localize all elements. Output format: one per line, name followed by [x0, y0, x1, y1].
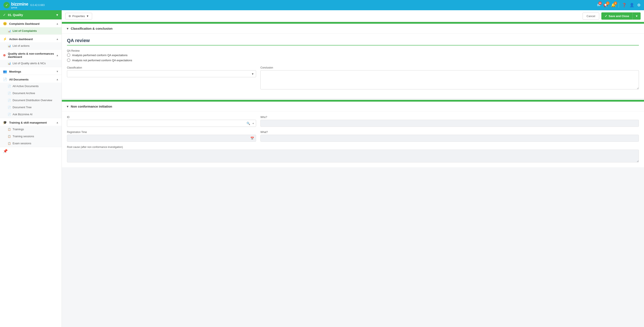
quality-alerts-header[interactable]: ⊗ Quality alerts & non-conformances dash… — [0, 50, 62, 60]
main-area: ⚙ Properties ▼ Cancel ✓ Save and Close ▼ — [62, 10, 644, 327]
regtime-input[interactable] — [67, 135, 256, 142]
id-input[interactable] — [67, 120, 256, 127]
complaints-subitems: 📊 List of Complaints — [0, 27, 62, 34]
exam-sessions-label: Exam sessions — [12, 142, 31, 145]
topbar-right: ✉ 56 📢 1 🔔 1 ❓ 👤 ⚙ — [597, 3, 640, 8]
meetings-icon: 👥 — [3, 70, 7, 73]
quality-alerts-chevron-icon: ▲ — [56, 54, 59, 57]
quality-check-icon: ✓ — [3, 13, 6, 17]
doc-tree-label: Document Tree — [12, 106, 32, 109]
what-input[interactable] — [260, 135, 639, 142]
toolbar-left: ⚙ Properties ▼ — [65, 13, 92, 20]
save-close-main[interactable]: ✓ Save and Close — [601, 12, 633, 20]
section1-collapse-icon[interactable]: ▼ — [66, 27, 69, 30]
save-dropdown-arrow[interactable]: ▼ — [633, 13, 640, 20]
classification-label: Classification — [67, 66, 256, 69]
sidebar-module-meetings: 👥 Meetings ▼ — [0, 67, 62, 75]
doc-archive-label: Document Archive — [12, 92, 35, 95]
conclusion-textarea[interactable] — [260, 70, 639, 89]
app-version: 6.0.42.0.683 — [30, 4, 44, 7]
properties-chevron-icon: ▼ — [86, 15, 89, 18]
documents-subitems: 📄 All Active Documents 📄 Document Archiv… — [0, 83, 62, 118]
regtime-what-row: Registration Time 📅 What? — [67, 131, 639, 142]
exam-sessions-icon: 📋 — [8, 142, 11, 145]
conclusion-col: Conclusion — [260, 66, 639, 90]
sidebar-module-quality: ✓ 01. Quality ▼ — [0, 10, 62, 20]
toolbar: ⚙ Properties ▼ Cancel ✓ Save and Close ▼ — [62, 10, 644, 22]
section1-title-row: ▼ Classification & conclusion — [62, 24, 644, 34]
logo-icon: ✓ — [4, 2, 10, 8]
sidebar-item-training-sessions[interactable]: 📋 Training sessions — [0, 133, 62, 140]
sidebar-item-ask-bizzmine[interactable]: 📄 Ask Bizzmine AI — [0, 111, 62, 118]
section-nonconformance: ▼ Non conformance initiation ID 🔍 + — [62, 100, 644, 167]
actions-header[interactable]: ⚡ Action dashboard ▲ — [0, 35, 62, 42]
who-input[interactable] — [260, 120, 639, 127]
sidebar-item-doc-tree[interactable]: 📄 Document Tree — [0, 104, 62, 111]
radio-option-2[interactable]: Analysis not performed conform QA expect… — [67, 59, 639, 62]
save-close-button[interactable]: ✓ Save and Close ▼ — [601, 12, 640, 20]
documents-header[interactable]: 📄 All Documents ▲ — [0, 75, 62, 83]
id-search-button[interactable]: 🔍 — [246, 121, 250, 126]
quality-alerts-title: Quality alerts & non-conformances dashbo… — [8, 52, 56, 59]
id-input-wrapper: 🔍 + — [67, 120, 256, 127]
properties-button[interactable]: ⚙ Properties ▼ — [65, 13, 92, 20]
list-quality-alerts-chart-icon: 📊 — [8, 62, 11, 65]
sidebar-quality-header[interactable]: ✓ 01. Quality ▼ — [0, 10, 62, 20]
gear-icon: ⚙ — [68, 15, 71, 18]
megaphone-badge: 1 — [606, 2, 610, 5]
who-col: Who? — [260, 116, 639, 127]
radio-circle-1 — [67, 53, 70, 57]
logo-name: bizzmine — [11, 2, 28, 7]
settings-icon[interactable]: ⚙ — [637, 3, 640, 8]
sidebar-item-trainings[interactable]: 📋 Trainings — [0, 126, 62, 133]
sidebar-module-quality-alerts: ⊗ Quality alerts & non-conformances dash… — [0, 50, 62, 67]
section2-collapse-icon[interactable]: ▼ — [66, 105, 69, 108]
id-who-row: ID 🔍 + Who? — [67, 116, 639, 127]
section1-form: QA review QA Review Analysis performed c… — [62, 34, 644, 98]
pin-icon[interactable]: 📌 — [0, 147, 62, 155]
sidebar-item-exam-sessions[interactable]: 📋 Exam sessions — [0, 140, 62, 147]
quality-chevron-icon: ▼ — [56, 13, 59, 17]
sidebar-item-list-complaints[interactable]: 📊 List of Complaints — [0, 27, 62, 34]
all-active-docs-icon: 📄 — [8, 85, 11, 88]
training-subitems: 📋 Trainings 📋 Training sessions 📋 Exam s… — [0, 126, 62, 147]
documents-chevron-icon: ▲ — [56, 78, 59, 81]
actions-icon: ⚡ — [3, 37, 7, 41]
sidebar-item-all-active-docs[interactable]: 📄 All Active Documents — [0, 83, 62, 90]
conclusion-label: Conclusion — [260, 66, 639, 69]
classification-conclusion-row: Classification ▼ Conclusion — [67, 66, 639, 90]
mail-icon[interactable]: ✉ 56 — [597, 3, 600, 8]
ask-bizzmine-icon: 📄 — [8, 113, 11, 116]
id-add-button[interactable]: + — [252, 121, 254, 126]
bell-icon[interactable]: 🔔 1 — [611, 3, 616, 8]
training-icon: 🎓 — [3, 121, 7, 124]
classification-select[interactable] — [67, 70, 256, 77]
training-header[interactable]: 🎓 Training & skill management ▲ — [0, 118, 62, 126]
root-cause-textarea[interactable] — [67, 150, 639, 162]
list-actions-chart-icon: 📊 — [8, 44, 11, 47]
user-icon[interactable]: 👤 — [630, 3, 634, 8]
quality-alerts-icon: ⊗ — [3, 53, 6, 57]
sidebar-item-list-quality-alerts[interactable]: 📊 List of Quality alerts & NCs — [0, 60, 62, 67]
actions-subitems: 📊 List of actions — [0, 42, 62, 49]
qa-review-label: QA Review — [67, 49, 639, 52]
doc-archive-icon: 📄 — [8, 92, 11, 95]
qa-review-radio-group: Analysis performed conform QA expectatio… — [67, 53, 639, 62]
regtime-input-wrapper: 📅 — [67, 135, 256, 142]
sidebar-module-complaints: 😐 Complaints Dashboard ▲ 📊 List of Compl… — [0, 20, 62, 35]
sidebar-item-list-actions[interactable]: 📊 List of actions — [0, 42, 62, 49]
cancel-button[interactable]: Cancel — [582, 13, 599, 20]
megaphone-icon[interactable]: 📢 1 — [603, 3, 608, 8]
meetings-header[interactable]: 👥 Meetings ▼ — [0, 67, 62, 75]
complaints-header[interactable]: 😐 Complaints Dashboard ▲ — [0, 20, 62, 27]
radio-option-1[interactable]: Analysis performed conform QA expectatio… — [67, 53, 639, 57]
section2-title: Non conformance initiation — [71, 105, 112, 108]
section2-title-row: ▼ Non conformance initiation — [62, 102, 644, 111]
classification-col: Classification ▼ — [67, 66, 256, 90]
sidebar-item-doc-archive[interactable]: 📄 Document Archive — [0, 90, 62, 97]
quality-alerts-subitems: 📊 List of Quality alerts & NCs — [0, 60, 62, 67]
topbar: ✓ bizzmine QHSE 6.0.42.0.683 ✉ 56 📢 1 🔔 … — [0, 0, 644, 10]
sidebar-item-doc-distribution[interactable]: 📄 Document Distribution Overview — [0, 97, 62, 104]
help-icon[interactable]: ❓ — [622, 3, 626, 8]
section2-form: ID 🔍 + Who? — [62, 111, 644, 167]
